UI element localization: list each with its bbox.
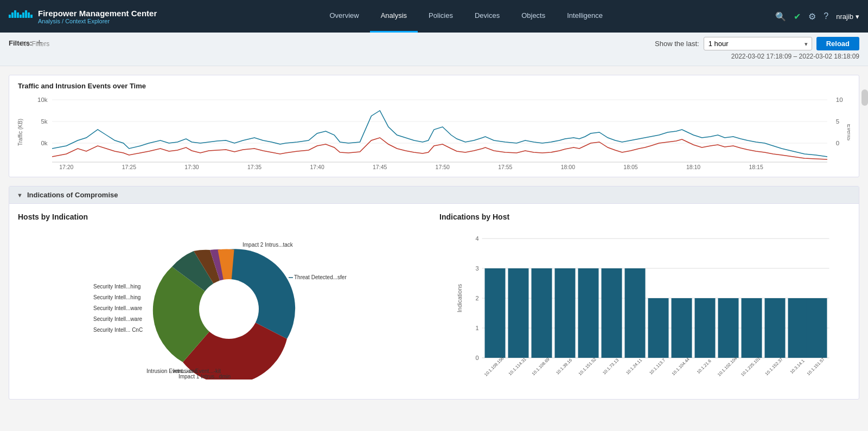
svg-text:10.1.108.69: 10.1.108.69 [531, 357, 551, 377]
svg-rect-8 [30, 15, 33, 18]
svg-text:10.1.151.52: 10.1.151.52 [578, 357, 598, 377]
filter-left: Filters: + No Filters [9, 37, 49, 48]
filter-right: Show the last: 1 hour 6 hours 24 hours 7… [655, 37, 859, 60]
svg-rect-2 [14, 10, 16, 18]
svg-text:2: 2 [475, 295, 478, 301]
bar-7[interactable] [625, 268, 646, 358]
svg-text:Security Intell...hing: Security Intell...hing [93, 284, 141, 290]
bar-14[interactable] [788, 298, 809, 358]
app-header: Firepower Management Center Analysis / C… [0, 0, 868, 33]
time-select-wrapper: 1 hour 6 hours 24 hours 7 days 30 days [704, 37, 812, 50]
pie-container: Threat Detected...sfer Security Intell..… [18, 228, 429, 379]
gear-icon[interactable]: ⚙ [808, 11, 816, 22]
bar-2[interactable] [508, 268, 529, 358]
svg-rect-6 [25, 10, 27, 18]
svg-text:18:15: 18:15 [749, 164, 763, 170]
no-filters-label: No Filters [22, 40, 49, 48]
username: nrajib [836, 12, 853, 21]
breadcrumb-context[interactable]: Context Explorer [65, 18, 110, 24]
svg-text:0: 0 [836, 140, 839, 146]
bar-5[interactable] [578, 268, 599, 358]
traffic-chart-title: Traffic and Intrusion Events over Time [18, 82, 850, 90]
bar-10[interactable] [695, 298, 716, 358]
bar-13[interactable] [765, 298, 786, 358]
bar-3[interactable] [532, 268, 552, 358]
nav-item-overview[interactable]: Overview [319, 0, 370, 33]
svg-text:1: 1 [475, 325, 478, 331]
bar-6[interactable] [602, 268, 622, 358]
bar-1[interactable] [485, 268, 506, 358]
search-icon[interactable]: 🔍 [775, 11, 786, 22]
nav-item-intelligence[interactable]: Intelligence [556, 0, 614, 33]
bar-9[interactable] [672, 298, 692, 358]
scrollbar-thumb[interactable] [861, 89, 868, 106]
main-nav: Overview Analysis Policies Devices Objec… [157, 0, 775, 33]
traffic-chart-section: Traffic and Intrusion Events over Time 1… [9, 75, 859, 177]
header-right: 🔍 ✔ ⚙ ? nrajib ▾ [775, 11, 859, 22]
user-menu[interactable]: nrajib ▾ [836, 12, 859, 21]
svg-rect-1 [11, 12, 14, 18]
svg-text:0: 0 [475, 355, 478, 361]
reload-button[interactable]: Reload [816, 37, 859, 50]
cisco-logo [9, 8, 33, 24]
svg-text:Security Intell...ware: Security Intell...ware [93, 305, 142, 311]
svg-text:Traffic (KB): Traffic (KB) [18, 119, 23, 146]
svg-text:10.1.73.13: 10.1.73.13 [602, 357, 620, 375]
svg-text:17:35: 17:35 [247, 164, 262, 170]
breadcrumb-analysis[interactable]: Analysis [38, 18, 60, 24]
svg-text:Threat Detected...sfer: Threat Detected...sfer [294, 274, 347, 280]
bar-chart-container: 4 3 2 1 0 Indications 10.1.109.156 [439, 228, 850, 390]
svg-text:18:00: 18:00 [561, 164, 576, 170]
svg-text:17:45: 17:45 [373, 164, 387, 170]
svg-text:10.1.114.31: 10.1.114.31 [508, 357, 528, 377]
svg-text:17:50: 17:50 [436, 164, 450, 170]
main-content: Traffic and Intrusion Events over Time 1… [0, 66, 868, 408]
svg-text:18:10: 18:10 [686, 164, 701, 170]
svg-text:4: 4 [475, 235, 478, 242]
status-icon[interactable]: ✔ [794, 11, 801, 22]
svg-text:Events: Events [846, 124, 850, 141]
traffic-chart-svg: 10k 5k 0k 10 5 0 17:20 17:25 17:30 17:35… [18, 94, 850, 170]
svg-rect-3 [17, 12, 19, 18]
indications-chart: Indications by Host 4 3 2 1 [439, 213, 850, 390]
date-range: 2022-03-02 17:18:09 – 2022-03-02 18:18:0… [731, 53, 859, 60]
svg-text:10.1.104.44: 10.1.104.44 [671, 357, 691, 377]
user-dropdown-icon: ▾ [856, 12, 859, 21]
nav-item-devices[interactable]: Devices [464, 0, 510, 33]
app-title: Firepower Management Center Analysis / C… [38, 9, 157, 24]
svg-text:Indications: Indications [456, 284, 463, 312]
pie-chart-svg: Threat Detected...sfer Security Intell..… [88, 228, 359, 379]
svg-text:5k: 5k [41, 118, 48, 125]
svg-text:17:20: 17:20 [59, 164, 74, 170]
svg-rect-7 [28, 12, 30, 18]
nav-item-analysis[interactable]: Analysis [370, 0, 418, 33]
hosts-chart: Hosts by Indication [18, 213, 429, 390]
section-header[interactable]: ▼ Indications of Compromise [9, 186, 859, 204]
bar-4[interactable] [555, 268, 576, 358]
svg-text:18:05: 18:05 [623, 164, 638, 170]
svg-text:Intrusion Event...-kit: Intrusion Event...-kit [173, 368, 221, 374]
svg-rect-4 [20, 15, 22, 18]
breadcrumb: Analysis / Context Explorer [38, 18, 157, 24]
time-select[interactable]: 1 hour 6 hours 24 hours 7 days 30 days [704, 37, 812, 50]
svg-text:10.1.39.16: 10.1.39.16 [555, 357, 573, 375]
svg-text:10.1.21.6: 10.1.21.6 [696, 358, 712, 375]
help-icon[interactable]: ? [824, 11, 828, 21]
section-title: Indications of Compromise [27, 191, 118, 199]
svg-text:3: 3 [475, 265, 478, 272]
indications-chart-title: Indications by Host [439, 213, 850, 221]
nav-item-objects[interactable]: Objects [510, 0, 556, 33]
bar-11[interactable] [718, 298, 739, 358]
svg-text:17:40: 17:40 [310, 164, 324, 170]
compromise-content: Hosts by Indication [9, 204, 859, 399]
nav-item-policies[interactable]: Policies [418, 0, 464, 33]
bar-8[interactable] [648, 298, 669, 358]
bar-15[interactable] [807, 298, 827, 358]
svg-text:17:55: 17:55 [498, 164, 513, 170]
svg-text:0k: 0k [41, 140, 48, 146]
svg-text:10k: 10k [37, 97, 48, 103]
bar-12[interactable] [742, 298, 762, 358]
svg-text:10: 10 [836, 97, 843, 103]
compromise-section: ▼ Indications of Compromise Hosts by Ind… [9, 186, 859, 400]
svg-text:17:30: 17:30 [184, 164, 199, 170]
